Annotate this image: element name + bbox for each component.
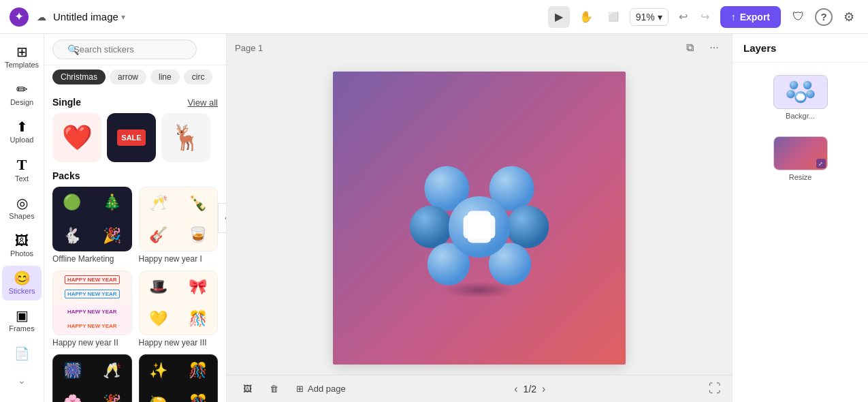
zoom-control[interactable]: 91% ▾	[630, 8, 669, 26]
zoom-chevron-icon: ▾	[658, 12, 662, 22]
canvas-wrapper[interactable]	[227, 61, 732, 375]
export-button[interactable]: ↑ Export	[720, 6, 781, 28]
pack-happy-new-year-3[interactable]: 🎩 🎀 💛 🎊 Happy new year III	[139, 270, 219, 347]
page-navigation: ‹ 1/2 ›	[514, 383, 545, 395]
pack-6[interactable]: ✨ 🎊 🍋 🎊	[139, 354, 219, 402]
search-input[interactable]	[52, 40, 197, 59]
pack-row-3: 🎆 🥂 🌸 🎉 ✨ 🎊 🍋 🎊	[52, 354, 218, 402]
export-icon: ↑	[731, 12, 736, 22]
resize-tool[interactable]: ⤢ Resize	[738, 129, 863, 188]
sidebar-item-shapes[interactable]: ◎ Shapes	[2, 191, 42, 226]
search-wrapper: 🔍	[52, 40, 218, 59]
stickers-panel: 🔍 Christmas arrow line circ Single View …	[44, 34, 227, 402]
stickers-icon: 😊	[14, 271, 31, 285]
tag-circ[interactable]: circ	[184, 69, 213, 84]
pack-cell: 🎩	[140, 271, 178, 303]
more-options-icon[interactable]: ···	[705, 38, 724, 57]
svg-point-13	[803, 81, 811, 90]
logo[interactable]: ✦	[8, 6, 30, 28]
copy-page-icon[interactable]: ⧉	[680, 38, 699, 57]
cloud-icon: ☁	[37, 12, 46, 22]
redo-button[interactable]: ↪	[696, 7, 715, 27]
pack-cell: 🍋	[140, 388, 178, 403]
document-title[interactable]: Untitled image ▾	[53, 11, 125, 22]
tag-arrow[interactable]: arrow	[110, 69, 146, 84]
sticker-heart[interactable]: ❤️	[52, 113, 101, 162]
pack-6-thumb: ✨ 🎊 🍋 🎊	[139, 354, 219, 402]
packs-section-header: Packs	[52, 170, 218, 181]
canvas-bottom-tools: 🖼 🗑 ⊞ Add page	[238, 381, 351, 397]
pack-text-cells: HAPPY NEW YEAR HAPPY NEW YEAR	[53, 271, 131, 303]
delete-page-button[interactable]: 🗑	[264, 381, 284, 397]
pack-cell: 💛	[140, 304, 178, 335]
pack-5-thumb: 🎆 🥂 🌸 🎉	[52, 354, 132, 402]
pack-happy-new-year-2-thumb: HAPPY NEW YEAR HAPPY NEW YEAR HAPPY NEW …	[52, 270, 132, 335]
sidebar-item-upload[interactable]: ⬆ Upload	[2, 114, 42, 149]
view-all-button[interactable]: View all	[187, 97, 218, 108]
pack-cell: 🎊	[179, 388, 217, 403]
pack-happy-new-year-3-thumb: 🎩 🎀 💛 🎊	[139, 270, 219, 335]
fullscreen-button[interactable]: ⛶	[709, 382, 721, 396]
svg-point-14	[786, 90, 795, 99]
pack-cell: 🟢	[52, 187, 91, 219]
sidebar-item-photos[interactable]: 🖼 Photos	[2, 228, 42, 263]
sidebar-item-stickers[interactable]: 😊 Stickers ➤	[2, 266, 42, 300]
topbar-tools: ▶ ✋ ⬜ 91% ▾ ↩ ↪ ↑ Export	[548, 6, 781, 28]
right-tools: Backgr... ⤢ Resize	[733, 63, 868, 194]
background-thumbnail	[773, 75, 828, 109]
export-label: Export	[740, 12, 770, 22]
shapes-icon: ◎	[16, 196, 28, 210]
background-tool[interactable]: Backgr...	[738, 68, 863, 127]
pack-happy-new-year-1-label: Happy new year I	[139, 254, 219, 264]
canvas-3d-graphic	[391, 129, 568, 307]
svg-point-6	[507, 206, 549, 248]
pack-cell: 🎸	[140, 220, 178, 251]
sidebar-item-pages[interactable]: 📄	[2, 341, 42, 367]
pack-happy-new-year-1-thumb: 🥂 🍾 🎸 🥃	[139, 187, 219, 251]
sidebar-item-collapse[interactable]: ⌄	[2, 369, 42, 391]
shield-icon[interactable]: 🛡	[788, 6, 809, 28]
pack-happy-new-year-1[interactable]: 🥂 🍾 🎸 🥃 Happy new year I	[139, 187, 219, 264]
resize-thumbnail-bg: ⤢	[774, 137, 827, 170]
svg-text:✦: ✦	[14, 10, 24, 23]
pack-cell: 🎉	[93, 220, 131, 252]
pack-text-4: HAPPY NEW YEAR	[65, 322, 119, 330]
sidebar-item-frames[interactable]: ▣ Frames	[2, 303, 42, 338]
page-thumbnail-button[interactable]: 🖼	[238, 381, 257, 397]
pack-offline-marketing[interactable]: 🟢 🎄 🐇 🎉 Offline Marketing	[52, 187, 132, 264]
sidebar-item-templates[interactable]: ⊞ Templates	[2, 40, 42, 74]
pack-cell: ✨	[140, 355, 178, 386]
undo-button[interactable]: ↩	[674, 7, 693, 27]
pack-cell: 🎀	[179, 271, 217, 303]
panel-scroll[interactable]: Single View all ❤️ SALE 🦌 › Packs	[44, 89, 226, 402]
cloud-save-button[interactable]: ☁	[37, 12, 46, 22]
settings-icon[interactable]: ⚙	[838, 6, 860, 28]
pack-cell: 🐇	[52, 220, 91, 252]
prev-page-button[interactable]: ‹	[514, 383, 517, 395]
sidebar-item-design[interactable]: ✏ Design	[2, 77, 42, 112]
tag-line[interactable]: line	[150, 69, 180, 84]
pack-cell: 🎄	[93, 187, 131, 219]
sticker-sale[interactable]: SALE	[107, 113, 156, 162]
canvas-area: Page 1 ⧉ ···	[227, 34, 732, 402]
frame-tool-button[interactable]: ⬜	[602, 6, 624, 28]
tags-row: Christmas arrow line circ	[44, 65, 226, 89]
add-page-button[interactable]: ⊞ Add page	[291, 381, 351, 397]
svg-rect-18	[796, 95, 805, 99]
pack-happy-new-year-2[interactable]: HAPPY NEW YEAR HAPPY NEW YEAR HAPPY NEW …	[52, 270, 132, 347]
tag-christmas[interactable]: Christmas	[52, 69, 106, 84]
resize-label: Resize	[789, 173, 812, 181]
pages-icon: 📄	[14, 346, 29, 361]
sidebar-item-text[interactable]: T Text	[2, 152, 42, 188]
hand-tool-button[interactable]: ✋	[575, 6, 597, 28]
panel-collapse-button[interactable]: ‹	[218, 203, 227, 233]
help-icon[interactable]: ?	[815, 8, 833, 26]
cursor-tool-button[interactable]: ▶	[548, 6, 570, 28]
svg-point-5	[410, 206, 452, 248]
upload-icon: ⬆	[16, 120, 28, 134]
canvas-image[interactable]	[333, 72, 626, 365]
pack-text-cells-2: HAPPY NEW YEAR HAPPY NEW YEAR	[53, 303, 131, 335]
sticker-reindeer[interactable]: 🦌	[161, 113, 210, 162]
pack-5[interactable]: 🎆 🥂 🌸 🎉	[52, 354, 132, 402]
next-page-button[interactable]: ›	[542, 383, 545, 395]
